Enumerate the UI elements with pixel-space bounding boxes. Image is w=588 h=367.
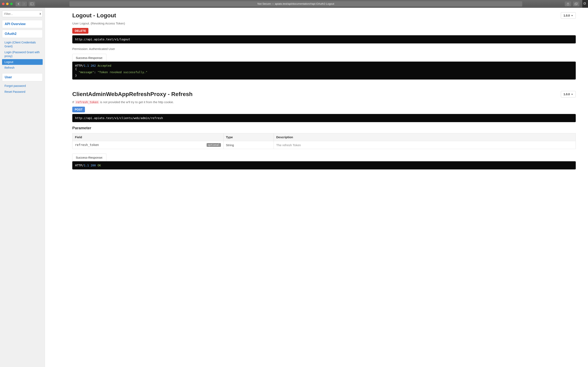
sidebar-section-label: OAuth2: [5, 32, 17, 35]
endpoint-url-block: http://api.apiato.test/v1/logout: [72, 35, 576, 43]
svg-rect-3: [575, 3, 577, 5]
version-label: 1.0.0: [563, 14, 570, 17]
sidebar-item-refresh[interactable]: Refresh: [2, 65, 43, 71]
sidebar-item-login-password-grant[interactable]: Login (Password Grant with proxy): [2, 49, 43, 59]
url-text: Not Secure — apiato.test/api/documentati…: [258, 2, 334, 5]
tab-success-response[interactable]: Success-Response:: [72, 54, 106, 62]
endpoint-url: http://api.apiato.test/v1/logout: [75, 38, 130, 41]
sidebar-item-label: Logout: [4, 60, 13, 64]
optional-badge: optional: [207, 143, 221, 147]
sidebar-item-forgot-password[interactable]: Forgot password: [2, 83, 43, 89]
main-content[interactable]: Logout - Logout 1.0.0 ▼ User Logout. (Re…: [45, 8, 588, 367]
sidebar-item-label: Login (Client Credentials Grant): [4, 41, 36, 48]
sidebar-toggle-button[interactable]: [29, 1, 35, 6]
tab-success-response[interactable]: Success-Response:: [72, 154, 106, 161]
endpoint-title: ClientAdminWebAppRefreshProxy - Refresh: [72, 91, 192, 98]
response-tabs: Success-Response:: [72, 54, 576, 62]
parameter-heading: Parameter: [72, 126, 576, 130]
sidebar-items-oauth2: Login (Client Credentials Grant) Login (…: [2, 40, 43, 71]
maximize-window-button[interactable]: [10, 3, 13, 5]
param-type: String: [223, 141, 274, 149]
version-dropdown[interactable]: 1.0.0 ▼: [561, 12, 576, 19]
endpoint-refresh: ClientAdminWebAppRefreshProxy - Refresh …: [72, 91, 576, 169]
sidebar-section-api-overview[interactable]: API Overview: [2, 20, 43, 28]
url-bar[interactable]: Not Secure — apiato.test/api/documentati…: [69, 1, 522, 7]
caret-down-icon: ▼: [571, 15, 573, 17]
inline-code: refresh_token: [75, 100, 99, 104]
minimize-window-button[interactable]: [6, 3, 9, 5]
col-type: Type: [223, 133, 274, 141]
response-block: HTTP/1.1 202 Accepted { "message": "Toke…: [72, 62, 576, 80]
sidebar-item-reset-password[interactable]: Reset Password: [2, 89, 43, 95]
tabs-button[interactable]: [573, 1, 579, 6]
method-badge-post: POST: [72, 107, 85, 112]
svg-rect-0: [30, 3, 34, 5]
chrome-right: [565, 1, 579, 6]
reload-icon[interactable]: [583, 2, 586, 6]
col-description: Description: [274, 133, 576, 141]
sidebar-section-oauth2[interactable]: OAuth2: [2, 30, 43, 38]
close-window-button[interactable]: [2, 3, 4, 5]
endpoint-logout: Logout - Logout 1.0.0 ▼ User Logout. (Re…: [72, 12, 576, 80]
table-row: refresh_token optional String The refres…: [72, 141, 576, 149]
caret-down-icon: ▼: [571, 93, 573, 95]
tab-label: Success-Response:: [76, 156, 103, 159]
svg-rect-4: [575, 3, 578, 4]
sidebar-item-label: Login (Password Grant with proxy): [4, 50, 40, 58]
sidebar-item-label: Refresh: [4, 66, 15, 69]
col-field: Field: [72, 133, 224, 141]
response-block: HTTP/1.1 200 OK: [72, 161, 576, 169]
param-description: The refresh Token: [274, 141, 576, 149]
sidebar: x API Overview OAuth2 Login (Client Cred…: [0, 8, 45, 367]
filter-clear-button[interactable]: x: [40, 12, 41, 15]
window-controls: [2, 3, 13, 5]
sidebar-item-login-client-credentials[interactable]: Login (Client Credentials Grant): [2, 40, 43, 49]
endpoint-url: http://api.apiato.test/v1/clients/web/ad…: [75, 117, 163, 120]
method-badge-delete: DELETE: [72, 28, 88, 34]
tab-label: Success-Response:: [76, 56, 103, 59]
forward-button[interactable]: [21, 1, 27, 6]
sidebar-item-logout[interactable]: Logout: [2, 59, 43, 65]
sidebar-section-user[interactable]: User: [2, 73, 43, 81]
param-field-name: refresh_token: [75, 143, 99, 147]
sidebar-items-user: Forgot password Reset Password: [2, 83, 43, 95]
browser-chrome: Not Secure — apiato.test/api/documentati…: [0, 0, 588, 8]
endpoint-description: User Logout. (Revoking Access Token): [72, 22, 576, 25]
version-label: 1.0.0: [563, 92, 570, 96]
share-button[interactable]: [565, 1, 571, 6]
parameter-table: Field Type Description refresh_token opt…: [72, 133, 576, 149]
sidebar-section-label: User: [5, 75, 12, 79]
version-dropdown[interactable]: 1.0.0 ▼: [561, 91, 576, 98]
endpoint-description: If refresh_token is not provided the w'l…: [72, 100, 576, 104]
filter-input[interactable]: [2, 11, 43, 17]
sidebar-item-label: Forgot password: [4, 84, 26, 87]
response-tabs: Success-Response:: [72, 154, 576, 161]
permission-label: Permission: Authenticated User: [72, 47, 576, 50]
sidebar-section-label: API Overview: [5, 22, 26, 26]
endpoint-url-block: http://api.apiato.test/v1/clients/web/ad…: [72, 114, 576, 122]
filter-wrap: x: [2, 11, 43, 17]
endpoint-title: Logout - Logout: [72, 12, 116, 19]
back-button[interactable]: [16, 1, 21, 6]
nav-buttons: [16, 1, 27, 6]
sidebar-item-label: Reset Password: [4, 90, 25, 93]
